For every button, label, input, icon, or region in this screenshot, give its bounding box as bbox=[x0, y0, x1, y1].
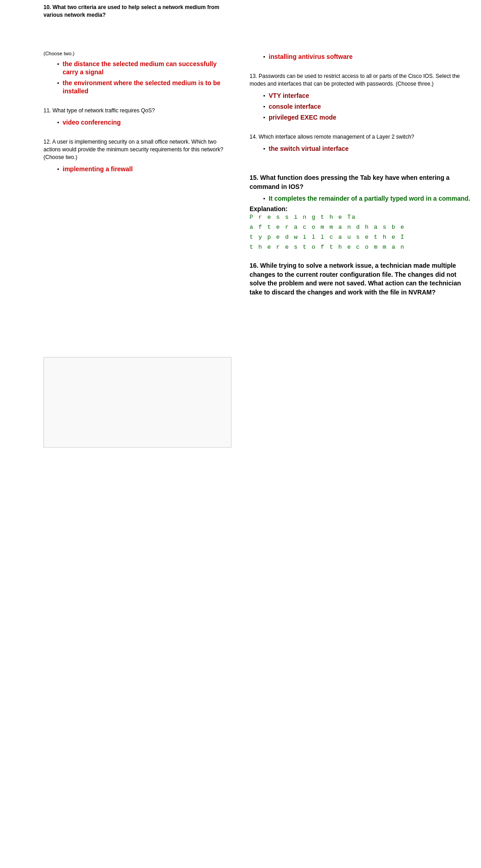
q10-answer-1: ▪ the distance the selected medium can s… bbox=[57, 60, 231, 76]
bullet-icon: ▪ bbox=[57, 119, 59, 125]
bullet-icon: ▪ bbox=[263, 103, 265, 110]
bullet-icon: ▪ bbox=[57, 166, 59, 172]
q13-answer-1-text: VTY interface bbox=[269, 92, 309, 100]
explanation-label: Explanation: bbox=[250, 205, 288, 212]
bullet-icon: ▪ bbox=[263, 92, 265, 99]
q11-answer-1-text: video conferencing bbox=[63, 118, 120, 126]
bullet-icon: ▪ bbox=[57, 80, 59, 86]
q12-answer-2: ▪ installing antivirus software bbox=[263, 53, 472, 61]
bullet-icon: ▪ bbox=[263, 195, 265, 202]
q15-answer-1-text: It completes the remainder of a partiall… bbox=[269, 194, 470, 203]
q15-text: 15. What function does pressing the Tab … bbox=[250, 174, 472, 191]
q14-answer-1-text: the switch virtual interface bbox=[269, 145, 349, 153]
q10-answer-2: ▪ the environment where the selected med… bbox=[57, 79, 231, 95]
q13-answer-3: ▪ privileged EXEC mode bbox=[263, 113, 472, 121]
q10-answer-1-text: the distance the selected medium can suc… bbox=[63, 60, 231, 76]
q14-answer-1: ▪ the switch virtual interface bbox=[263, 145, 472, 153]
q16-text: 16. While trying to solve a network issu… bbox=[250, 261, 472, 297]
q13-answer-2-text: console interface bbox=[269, 102, 321, 111]
q13-answer-3-text: privileged EXEC mode bbox=[269, 113, 336, 121]
left-column: 10. What two criteria are used to help s… bbox=[0, 0, 240, 868]
right-column: ▪ installing antivirus software 13. Pass… bbox=[240, 0, 481, 868]
q12-text: 12. A user is implementing security on a… bbox=[43, 138, 231, 161]
q10-choose-note: (Choose two.) bbox=[43, 51, 231, 56]
q15-explanation: Explanation: P r e s s i n g t h e Ta a … bbox=[250, 205, 472, 252]
question-16: 16. While trying to solve a network issu… bbox=[250, 261, 472, 297]
q14-text: 14. Which interface allows remote manage… bbox=[250, 133, 472, 141]
question-11: 11. What type of network traffic require… bbox=[43, 107, 231, 115]
question-10: 10. What two criteria are used to help s… bbox=[43, 4, 231, 19]
question-14: 14. Which interface allows remote manage… bbox=[250, 133, 472, 141]
q12-answer-1-text: implementing a firewall bbox=[63, 165, 133, 173]
q13-text: 13. Passwords can be used to restrict ac… bbox=[250, 72, 472, 88]
question-15: 15. What function does pressing the Tab … bbox=[250, 174, 472, 191]
bullet-icon: ▪ bbox=[263, 145, 265, 152]
question-13: 13. Passwords can be used to restrict ac… bbox=[250, 72, 472, 88]
q11-answer-1: ▪ video conferencing bbox=[57, 118, 231, 126]
explanation-text: P r e s s i n g t h e Ta a f t e r a c o… bbox=[250, 212, 472, 252]
bullet-icon: ▪ bbox=[263, 53, 265, 60]
bullet-icon: ▪ bbox=[57, 61, 59, 67]
q13-answer-2: ▪ console interface bbox=[263, 102, 472, 111]
question-12: 12. A user is implementing security on a… bbox=[43, 138, 231, 161]
q11-text: 11. What type of network traffic require… bbox=[43, 107, 231, 115]
q10-answer-2-text: the environment where the selected mediu… bbox=[63, 79, 231, 95]
q12-answer-2-text: installing antivirus software bbox=[269, 53, 352, 61]
q15-answer-1: ▪ It completes the remainder of a partia… bbox=[263, 194, 472, 203]
q10-text: 10. What two criteria are used to help s… bbox=[43, 4, 231, 19]
bottom-image bbox=[43, 357, 231, 448]
q13-answer-1: ▪ VTY interface bbox=[263, 92, 472, 100]
q12-answer-1: ▪ implementing a firewall bbox=[57, 165, 231, 173]
bullet-icon: ▪ bbox=[263, 114, 265, 121]
